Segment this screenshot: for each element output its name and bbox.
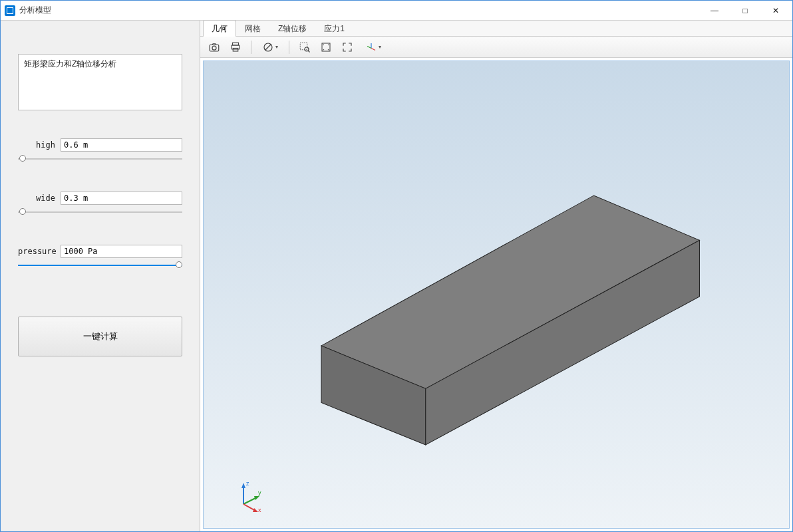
toolbar: ▾ ▾ (200, 37, 792, 58)
param-row: high (18, 138, 182, 152)
compute-button[interactable]: 一键计算 (18, 317, 182, 356)
param-input-wide[interactable] (61, 192, 182, 205)
slider-track (18, 158, 182, 160)
svg-line-9 (308, 51, 309, 52)
tab-Z轴位移[interactable]: Z轴位移 (269, 20, 315, 37)
main-panel: 几何网格Z轴位移应力1 ▾ (200, 21, 792, 531)
slider-thumb[interactable] (19, 155, 26, 162)
window-title: 分析模型 (19, 5, 51, 16)
param-slider-wide[interactable] (18, 207, 182, 217)
param-slider-pressure[interactable] (18, 261, 182, 270)
slider-track (18, 211, 182, 213)
svg-marker-22 (253, 508, 258, 512)
svg-rect-4 (233, 48, 238, 51)
transparency-button[interactable]: ▾ (257, 39, 283, 56)
tab-几何[interactable]: 几何 (203, 20, 236, 37)
viewport-3d[interactable]: z y x (203, 61, 790, 529)
print-button[interactable] (226, 39, 245, 56)
axis-y-label: y (258, 489, 261, 496)
print-icon (230, 41, 241, 53)
titlebar-left: 分析模型 (5, 5, 51, 16)
svg-marker-18 (241, 483, 245, 488)
svg-rect-7 (300, 43, 307, 50)
svg-point-8 (305, 47, 309, 51)
zoom-box-icon (299, 41, 311, 53)
param-label-high: high (18, 140, 58, 150)
axis-gizmo: z y x (229, 476, 269, 516)
titlebar: 分析模型 — □ ✕ (1, 1, 792, 21)
minimize-icon: — (711, 6, 718, 15)
beam-3d-render (204, 61, 789, 528)
param-label-pressure: pressure (18, 247, 58, 256)
compute-button-label: 一键计算 (83, 331, 118, 341)
svg-point-1 (212, 46, 216, 50)
param-row: pressure (18, 245, 182, 258)
param-label-wide: wide (18, 194, 58, 203)
svg-line-6 (265, 44, 271, 50)
slider-thumb[interactable] (19, 208, 26, 215)
close-button[interactable]: ✕ (760, 1, 791, 21)
param-slider-high[interactable] (18, 154, 182, 164)
toolbar-separator (289, 41, 289, 54)
fit-icon (341, 41, 353, 53)
zoom-extents-icon (320, 41, 332, 53)
camera-icon (208, 41, 220, 53)
app-window: 分析模型 — □ ✕ 矩形梁应力和Z轴位移分析 high wide (0, 0, 793, 532)
params-container: high wide pressure (18, 110, 182, 270)
toolbar-separator (251, 41, 251, 54)
param-group-pressure: pressure (18, 245, 182, 270)
axis-z-label: z (246, 480, 249, 487)
chevron-down-icon: ▾ (379, 44, 381, 50)
axis-icon (365, 41, 377, 53)
window-controls: — □ ✕ (699, 1, 791, 21)
param-input-pressure[interactable] (61, 245, 182, 258)
description-box: 矩形梁应力和Z轴位移分析 (18, 54, 182, 110)
tab-应力1[interactable]: 应力1 (315, 20, 353, 37)
axis-view-button[interactable]: ▾ (359, 39, 388, 56)
slider-track (18, 265, 182, 266)
close-icon: ✕ (772, 6, 779, 15)
axis-x-label: x (258, 507, 261, 513)
description-text: 矩形梁应力和Z轴位移分析 (24, 59, 116, 68)
fit-view-button[interactable] (337, 39, 357, 56)
screenshot-button[interactable] (204, 39, 224, 56)
param-group-wide: wide (18, 192, 182, 217)
svg-line-13 (367, 46, 371, 48)
app-icon (5, 5, 15, 16)
svg-line-12 (371, 48, 375, 50)
param-group-high: high (18, 138, 182, 164)
maximize-icon: □ (742, 6, 747, 15)
minimize-button[interactable]: — (699, 1, 730, 21)
svg-marker-20 (254, 496, 259, 500)
body: 矩形梁应力和Z轴位移分析 high wide pressure (1, 21, 792, 531)
no-symbol-icon (262, 41, 274, 53)
tabstrip: 几何网格Z轴位移应力1 (200, 21, 792, 37)
tab-网格[interactable]: 网格 (236, 20, 269, 37)
sidebar: 矩形梁应力和Z轴位移分析 high wide pressure (1, 21, 200, 531)
slider-thumb[interactable] (176, 261, 182, 268)
svg-line-19 (243, 497, 257, 504)
zoom-box-button[interactable] (295, 39, 315, 56)
maximize-button[interactable]: □ (730, 1, 760, 21)
param-input-high[interactable] (61, 138, 182, 152)
chevron-down-icon: ▾ (275, 44, 278, 50)
param-row: wide (18, 192, 182, 205)
zoom-extents-button[interactable] (316, 39, 336, 56)
